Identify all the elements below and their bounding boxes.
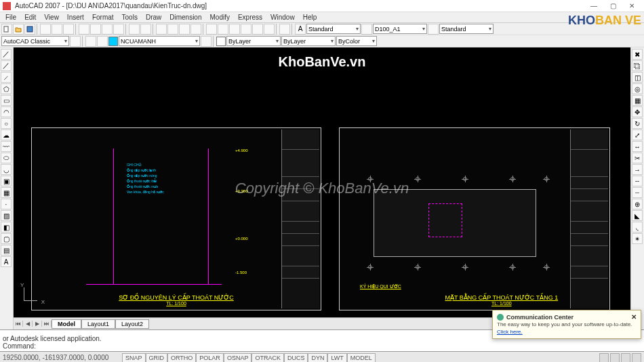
maximize-button[interactable]: ▢ [603,1,622,12]
commcenter-link[interactable]: Click here. [497,329,523,335]
menu-dimension[interactable]: Dimension [165,14,205,21]
color-swatch[interactable] [216,37,226,46]
zoom-window-icon[interactable] [179,24,190,35]
menu-draw[interactable]: Draw [142,14,165,21]
toolbar-tray-icon[interactable] [621,353,630,363]
close-button[interactable]: ✕ [622,1,641,12]
help-icon[interactable] [279,24,290,35]
break-icon[interactable]: ┄ [632,187,643,198]
copy-obj-icon[interactable]: ⿻ [632,60,643,71]
toggle-osnap[interactable]: OSNAP [224,353,252,363]
menu-view[interactable]: View [40,14,63,21]
toggle-lwt[interactable]: LWT [327,353,346,363]
plot-preview-icon[interactable] [52,24,62,35]
scale-icon[interactable]: ⤢ [632,129,643,140]
revcloud-icon[interactable]: ☁ [1,129,12,140]
command-input[interactable] [38,342,641,350]
arc-icon[interactable]: ◠ [1,106,12,117]
toggle-snap[interactable]: SNAP [122,353,146,363]
cleanscreen-tray-icon[interactable] [632,353,641,363]
tab-first-icon[interactable]: ⏮ [14,321,23,327]
cut-icon[interactable] [79,24,89,35]
markup-icon[interactable] [252,24,263,35]
textstyle-combo[interactable]: Standard [306,24,361,34]
offset-icon[interactable]: ◎ [632,83,643,94]
layer-color-swatch[interactable] [108,37,118,46]
toggle-ducs[interactable]: DUCS [284,353,308,363]
spline-icon[interactable]: 〰 [1,141,12,152]
rotate-icon[interactable]: ↻ [632,118,643,129]
chamfer-icon[interactable]: ◣ [632,210,643,221]
move-icon[interactable]: ✥ [632,106,643,117]
region-icon[interactable]: ▢ [1,233,12,244]
erase-icon[interactable]: ✖ [632,49,643,60]
extend-icon[interactable]: → [632,164,643,175]
coordinate-readout[interactable]: 19250.0000, -161937.0000, 0.0000 [3,354,118,361]
menu-tools[interactable]: Tools [118,14,142,21]
copy-icon[interactable] [90,24,101,35]
commcenter-close-icon[interactable]: ✕ [631,313,637,321]
pan-icon[interactable] [156,24,167,35]
paste-icon[interactable] [102,24,113,35]
command-line[interactable]: or Autodesk licensed application. Comman… [0,329,644,351]
plotstyle-combo[interactable]: ByColor [336,36,377,46]
make-block-icon[interactable]: ▦ [1,187,12,198]
commcenter-tray-icon[interactable] [599,353,609,363]
polyline-icon[interactable]: ⟋ [1,72,12,83]
menu-edit[interactable]: Edit [20,14,40,21]
new-icon[interactable] [1,24,12,35]
redo-icon[interactable] [140,24,151,35]
layer-combo[interactable]: NCUAMANH [119,36,200,46]
tablestyle-combo[interactable]: Standard [439,24,494,34]
toolpalette-icon[interactable] [229,24,240,35]
xline-icon[interactable]: ／ [1,60,12,71]
toggle-model[interactable]: MODEL [347,353,376,363]
toggle-grid[interactable]: GRID [146,353,168,363]
menu-help[interactable]: Help [299,14,321,21]
menu-file[interactable]: File [1,14,20,21]
zoom-icon[interactable] [167,24,178,35]
menu-format[interactable]: Format [88,14,118,21]
drawing-canvas[interactable]: KhoBanVe.vn Copyright © KhoBanVe.vn +4.9… [14,47,630,329]
undo-icon[interactable] [129,24,140,35]
trim-icon[interactable]: ✂ [632,153,643,163]
layer-properties-icon[interactable] [85,36,96,47]
table-icon[interactable]: ▤ [1,245,12,256]
dimstyle-combo[interactable]: D100_A1 [373,24,427,34]
hatch-icon[interactable]: ▨ [1,210,12,221]
lock-tray-icon[interactable] [610,353,620,363]
menu-insert[interactable]: Insert [63,14,88,21]
layer-previous-icon[interactable] [201,36,212,47]
textstyle-icon[interactable]: A [295,24,306,35]
ellipse-arc-icon[interactable]: ◡ [1,164,12,175]
rectangle-icon[interactable]: ▭ [1,95,12,106]
minimize-button[interactable]: — [584,1,603,12]
lineweight-combo[interactable]: ByLayer [281,36,336,46]
point-icon[interactable]: · [1,199,12,209]
tab-model[interactable]: Model [52,319,81,329]
print-icon[interactable] [40,24,51,35]
properties-icon[interactable] [206,24,217,35]
matchprop-icon[interactable] [113,24,124,35]
toggle-polar[interactable]: POLAR [196,353,224,363]
menu-window[interactable]: Window [266,14,299,21]
explode-icon[interactable]: ✴ [632,233,643,244]
save-icon[interactable] [24,24,35,35]
designcenter-icon[interactable] [218,24,228,35]
mtext-icon[interactable]: A [1,256,12,267]
layer-states-icon[interactable] [97,36,108,47]
menu-modify[interactable]: Modify [206,14,234,21]
open-icon[interactable] [13,24,24,35]
zoom-previous-icon[interactable] [190,24,201,35]
toggle-otrack[interactable]: OTRACK [251,353,284,363]
polygon-icon[interactable]: ⬠ [1,83,12,94]
fillet-icon[interactable]: ◟ [632,222,643,233]
workspace-combo[interactable]: AutoCAD Classic [1,36,69,46]
toggle-dyn[interactable]: DYN [308,353,327,363]
tablestyle-icon[interactable] [428,24,439,35]
tab-last-icon[interactable]: ⏭ [42,321,52,327]
array-icon[interactable]: ▦ [632,95,643,106]
tab-prev-icon[interactable]: ◀ [23,321,33,327]
qcalc-icon[interactable] [264,24,275,35]
break-at-icon[interactable]: ╌ [632,176,643,186]
